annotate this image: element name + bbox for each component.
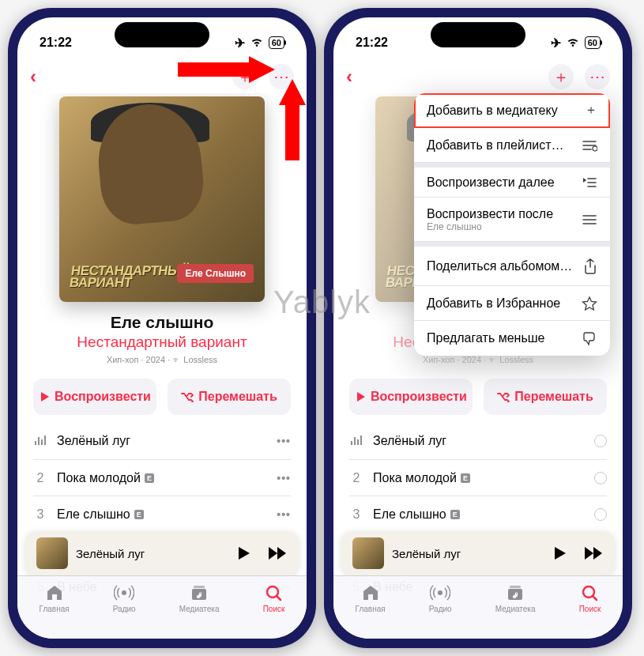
search-icon bbox=[581, 584, 600, 601]
shuffle-icon bbox=[497, 391, 510, 402]
battery-icon: 60 bbox=[269, 36, 284, 49]
selection-circle[interactable] bbox=[594, 508, 607, 521]
forward-icon[interactable] bbox=[583, 545, 604, 561]
tab-search[interactable]: Поиск bbox=[263, 582, 285, 639]
now-playing-indicator-icon bbox=[351, 434, 362, 445]
screen-right: 21:22 ✈︎ 60 ‹ ＋ ⋯ НЕСТАНДАРТНЫЙВАРИАНТ Е… bbox=[333, 17, 623, 639]
tab-library[interactable]: Медиатека bbox=[179, 582, 220, 639]
svg-point-0 bbox=[122, 590, 126, 595]
album-meta: Хип-хоп · 2024 · ᯤ Lossless bbox=[349, 355, 607, 364]
selection-circle[interactable] bbox=[594, 472, 607, 484]
share-icon bbox=[583, 258, 597, 274]
track-more-icon[interactable]: ••• bbox=[277, 435, 291, 447]
dynamic-island bbox=[115, 22, 209, 47]
now-playing-title: Зелёный луг bbox=[76, 547, 235, 560]
annotation-arrow bbox=[277, 77, 308, 164]
search-icon bbox=[265, 584, 284, 601]
airplane-icon: ✈︎ bbox=[551, 36, 561, 51]
dynamic-island bbox=[431, 22, 525, 47]
playlist-icon bbox=[582, 139, 597, 152]
phone-left: 21:22 ✈︎ 60 ‹ ＋ ⋯ НЕСТАНДАРТНЫЙВАРИАНТ Е… bbox=[8, 8, 316, 648]
track-row[interactable]: 2 Пока молодойE bbox=[349, 459, 607, 496]
explicit-badge: E bbox=[461, 473, 470, 483]
play-icon bbox=[355, 391, 366, 402]
tab-bar: Главная Радио Медиатека Поиск bbox=[333, 575, 623, 639]
wifi-icon bbox=[566, 37, 580, 48]
mini-cover bbox=[352, 537, 384, 569]
explicit-badge: E bbox=[145, 473, 154, 483]
track-more-icon[interactable]: ••• bbox=[277, 508, 291, 521]
more-button[interactable]: ⋯ bbox=[585, 64, 610, 89]
queue-last-icon bbox=[582, 213, 597, 226]
now-playing-bar[interactable]: Зелёный луг bbox=[25, 531, 299, 575]
explicit-badge: E bbox=[450, 510, 460, 519]
menu-suggest-less[interactable]: Предлагать меньше bbox=[414, 321, 610, 356]
battery-icon: 60 bbox=[585, 36, 601, 49]
wifi-icon bbox=[250, 37, 264, 48]
radio-icon bbox=[430, 584, 450, 601]
tab-radio[interactable]: Радио bbox=[429, 582, 452, 639]
track-row[interactable]: 2 Пока молодойE ••• bbox=[33, 459, 291, 496]
tab-bar: Главная Радио Медиатека Поиск bbox=[17, 575, 307, 639]
now-playing-indicator-icon bbox=[35, 434, 46, 445]
album-title: Еле слышно bbox=[33, 313, 291, 332]
play-button[interactable]: Воспроизвести bbox=[349, 379, 473, 415]
clock: 21:22 bbox=[356, 36, 388, 50]
play-icon[interactable] bbox=[552, 545, 567, 561]
star-icon bbox=[582, 296, 597, 311]
tab-radio[interactable]: Радио bbox=[113, 582, 136, 639]
shuffle-button[interactable]: Перемешать bbox=[484, 379, 607, 415]
track-row[interactable]: 3 Еле слышноE bbox=[349, 496, 607, 532]
shuffle-icon bbox=[181, 391, 194, 402]
context-menu: Добавить в медиатеку ＋ Добавить в плейли… bbox=[414, 93, 610, 356]
tab-library[interactable]: Медиатека bbox=[495, 582, 536, 639]
track-row[interactable]: 3 Еле слышноE ••• bbox=[33, 496, 291, 532]
home-icon bbox=[45, 584, 64, 601]
home-icon bbox=[361, 584, 380, 601]
now-playing-bar[interactable]: Зелёный луг bbox=[341, 531, 615, 575]
play-button[interactable]: Воспроизвести bbox=[33, 379, 156, 415]
album-artist[interactable]: Нестандартный вариант bbox=[33, 334, 291, 351]
tab-home[interactable]: Главная bbox=[356, 582, 386, 639]
plus-icon: ＋ bbox=[585, 102, 597, 119]
library-icon bbox=[506, 584, 525, 601]
track-more-icon[interactable]: ••• bbox=[277, 472, 291, 484]
menu-play-next[interactable]: Воспроизвести далее bbox=[414, 163, 610, 198]
menu-share-album[interactable]: Поделиться альбомом… bbox=[414, 242, 610, 286]
play-icon[interactable] bbox=[235, 545, 251, 561]
svg-point-4 bbox=[593, 146, 597, 151]
back-button[interactable]: ‹ bbox=[30, 66, 36, 88]
phone-right: 21:22 ✈︎ 60 ‹ ＋ ⋯ НЕСТАНДАРТНЫЙВАРИАНТ Е… bbox=[324, 8, 632, 648]
forward-icon[interactable] bbox=[267, 545, 288, 561]
library-icon bbox=[190, 584, 209, 601]
track-row[interactable]: Зелёный луг bbox=[349, 423, 607, 459]
annotation-arrow bbox=[174, 54, 277, 85]
album-meta: Хип-хоп · 2024 · ᯤ Lossless bbox=[33, 355, 291, 364]
selection-circle[interactable] bbox=[594, 435, 607, 447]
menu-add-to-library[interactable]: Добавить в медиатеку ＋ bbox=[414, 93, 610, 128]
play-icon bbox=[39, 391, 50, 402]
menu-add-favorite[interactable]: Добавить в Избранное bbox=[414, 286, 610, 321]
track-row[interactable]: Зелёный луг ••• bbox=[33, 423, 291, 459]
shuffle-button[interactable]: Перемешать bbox=[168, 379, 291, 415]
queue-next-icon bbox=[582, 176, 597, 189]
menu-play-after[interactable]: Воспроизвести послеЕле слышно bbox=[414, 198, 610, 242]
back-button[interactable]: ‹ bbox=[346, 66, 352, 88]
nav-bar: ‹ ＋ ⋯ bbox=[333, 60, 623, 93]
screen-left: 21:22 ✈︎ 60 ‹ ＋ ⋯ НЕСТАНДАРТНЫЙВАРИАНТ Е… bbox=[17, 17, 307, 639]
now-playing-title: Зелёный луг bbox=[392, 547, 552, 560]
menu-add-to-playlist[interactable]: Добавить в плейлист… bbox=[414, 128, 610, 163]
tab-search[interactable]: Поиск bbox=[579, 582, 601, 639]
airplane-icon: ✈︎ bbox=[235, 36, 245, 51]
explicit-badge: E bbox=[134, 510, 144, 519]
clock: 21:22 bbox=[40, 36, 72, 50]
album-cover[interactable]: НЕСТАНДАРТНЫЙВАРИАНТ Еле Слышно bbox=[59, 96, 265, 302]
svg-rect-7 bbox=[510, 586, 521, 588]
mini-cover bbox=[36, 537, 68, 569]
radio-icon bbox=[114, 584, 134, 601]
add-button[interactable]: ＋ bbox=[548, 64, 574, 89]
tab-home[interactable]: Главная bbox=[40, 582, 70, 639]
svg-point-5 bbox=[438, 590, 443, 595]
svg-rect-2 bbox=[194, 586, 205, 588]
thumbs-down-icon bbox=[582, 330, 597, 346]
